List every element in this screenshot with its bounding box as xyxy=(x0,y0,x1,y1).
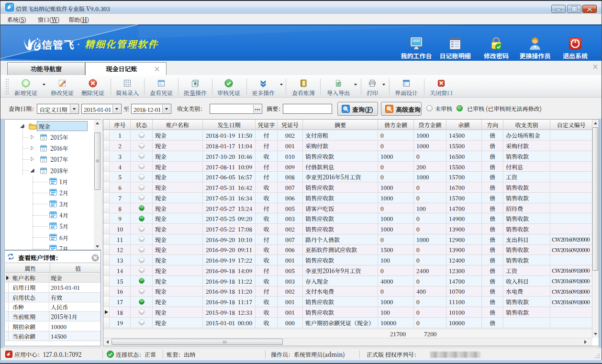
svg-text:21: 21 xyxy=(42,169,45,174)
svg-text:21: 21 xyxy=(42,147,45,151)
svg-text:21: 21 xyxy=(42,158,45,162)
svg-text:21: 21 xyxy=(42,136,45,140)
